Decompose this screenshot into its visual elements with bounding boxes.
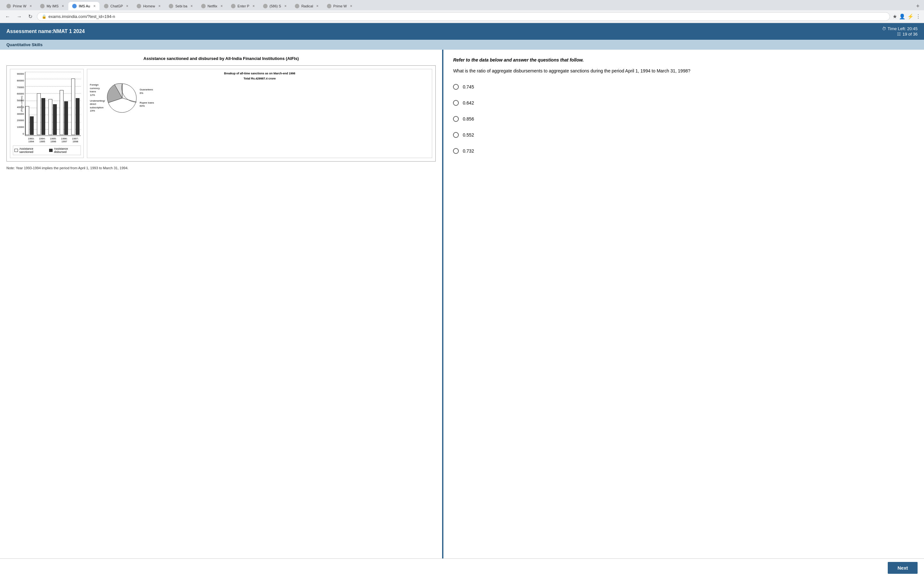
bar-disbursed-1993 xyxy=(30,116,34,135)
y-label: 30000 xyxy=(17,113,24,115)
pie-svg xyxy=(106,82,138,114)
next-button[interactable]: Next xyxy=(888,562,918,562)
tab-label: Sebi ba xyxy=(175,4,187,8)
tab-favicon xyxy=(295,4,299,8)
section-name: Quantitative Skills xyxy=(6,42,43,47)
options-list: 0.745 0.642 0.856 0.552 0.732 xyxy=(453,84,914,154)
tab-favicon xyxy=(137,4,141,8)
note-text: Note: Year 1993-1994 implies the period … xyxy=(6,166,436,170)
tab-label: Prime W xyxy=(333,4,347,8)
browser-tab[interactable]: My IMS× xyxy=(36,2,68,10)
x-label-1995: 1995-1996 xyxy=(48,137,59,143)
tab-label: My IMS xyxy=(47,4,58,8)
x-label-1993: 1993-1994 xyxy=(26,137,37,143)
new-tab-button[interactable]: + xyxy=(914,2,921,10)
pie-chart: Breakup of all-time sanctions as on Marc… xyxy=(87,69,432,158)
y-label: 20000 xyxy=(17,119,24,122)
tab-close-icon[interactable]: × xyxy=(191,4,193,8)
option-label-4: 0.552 xyxy=(463,132,474,137)
tab-label: Radical xyxy=(301,4,313,8)
tab-close-icon[interactable]: × xyxy=(61,4,64,8)
bar-sanctioned-1995 xyxy=(48,99,52,135)
tab-close-icon[interactable]: × xyxy=(94,4,95,8)
radio-option-5[interactable] xyxy=(453,148,459,154)
pie-title-line2: Total Rs.429987.4 crore xyxy=(90,77,429,80)
back-button[interactable]: ← xyxy=(3,13,12,20)
x-label-1994: 1994-1995 xyxy=(37,137,47,143)
tab-close-icon[interactable]: × xyxy=(126,4,128,8)
radio-option-2[interactable] xyxy=(453,100,459,106)
timer-info: ⏱ Time Left: 20:45 ☷ 19 of 36 xyxy=(882,26,918,37)
browser-tab[interactable]: Sebi ba× xyxy=(165,2,196,10)
question-count-row: ☷ 19 of 36 xyxy=(897,32,918,37)
legend-label-disbursed: Assistance disbursed xyxy=(54,147,79,153)
tab-favicon xyxy=(40,4,45,8)
tab-close-icon[interactable]: × xyxy=(220,4,223,8)
browser-tab[interactable]: Radical× xyxy=(291,2,322,10)
browser-tab[interactable]: ChatGP× xyxy=(100,2,132,10)
bar-chart-grid: 90000 80000 70000 60000 50000 40000 3000… xyxy=(13,72,81,136)
radio-option-1[interactable] xyxy=(453,84,459,90)
option-label-2: 0.642 xyxy=(463,100,474,105)
tab-favicon xyxy=(169,4,173,8)
browser-tab[interactable]: Enter P× xyxy=(227,2,258,10)
tab-label: Enter P xyxy=(237,4,249,8)
tab-favicon xyxy=(201,4,206,8)
x-label-1996: 1996-1997 xyxy=(59,137,69,143)
legend-label-sanctioned: Assistance sanctioned xyxy=(19,147,46,153)
assessment-title: Assessment name:NMAT 1 2024 xyxy=(6,29,85,34)
browser-tab[interactable]: Homew× xyxy=(133,2,164,10)
legend-box-disbursed xyxy=(49,149,53,152)
legend-box-sanctioned xyxy=(15,149,18,152)
browser-tab[interactable]: IMS Au× xyxy=(68,2,99,10)
tab-close-icon[interactable]: × xyxy=(252,4,255,8)
profile-button[interactable]: 👤 xyxy=(899,13,905,19)
tab-close-icon[interactable]: × xyxy=(350,4,352,8)
pie-label-rupee: Rupee loans63% xyxy=(140,101,154,108)
refresh-button[interactable]: ↻ xyxy=(26,13,34,20)
menu-button[interactable]: ⋮ xyxy=(916,13,921,19)
pie-label-foreign: Foreigncurrencyloans12% xyxy=(90,83,105,97)
radio-option-3[interactable] xyxy=(453,116,459,122)
forward-button[interactable]: → xyxy=(15,13,24,20)
assessment-header: Assessment name:NMAT 1 2024 ⏱ Time Left:… xyxy=(0,23,924,40)
tab-label: Prime W xyxy=(13,4,26,8)
main-content: Assistance sanctioned and disbursed by A… xyxy=(0,50,924,562)
y-axis-title: (Rs. in crores) xyxy=(20,96,23,112)
y-label: 60000 xyxy=(17,92,24,95)
clock-icon: ⏱ xyxy=(882,26,886,31)
browser-tab[interactable]: (586) S× xyxy=(259,2,290,10)
tab-label: (586) S xyxy=(270,4,281,8)
tab-close-icon[interactable]: × xyxy=(284,4,286,8)
option-item-5[interactable]: 0.732 xyxy=(453,148,914,154)
bookmark-button[interactable]: ★ xyxy=(893,13,897,19)
extensions-button[interactable]: ⚡ xyxy=(907,13,914,19)
bar-group-1995 xyxy=(48,99,58,135)
browser-tab[interactable]: Prime W× xyxy=(3,2,36,10)
tab-close-icon[interactable]: × xyxy=(29,4,32,8)
option-item-1[interactable]: 0.745 xyxy=(453,84,914,90)
legend-disbursed: Assistance disbursed xyxy=(49,147,79,153)
radio-option-4[interactable] xyxy=(453,132,459,138)
bar-disbursed-1995 xyxy=(53,104,57,135)
pie-label-underwriting: Underwriting/directsubscription19% xyxy=(90,99,105,113)
tab-favicon xyxy=(6,4,11,8)
address-bar[interactable]: 🔒 exams.imsindia.com/?test_id=194-n xyxy=(37,12,890,21)
option-item-2[interactable]: 0.642 xyxy=(453,100,914,106)
tab-favicon xyxy=(104,4,108,8)
tab-favicon xyxy=(72,4,77,8)
chart-legend: Assistance sanctioned Assistance disburs… xyxy=(13,145,81,155)
browser-tab[interactable]: Netflix× xyxy=(197,2,227,10)
tab-close-icon[interactable]: × xyxy=(158,4,160,8)
option-item-4[interactable]: 0.552 xyxy=(453,132,914,138)
bar-sanctioned-1993 xyxy=(25,106,29,135)
address-bar-row: ← → ↻ 🔒 exams.imsindia.com/?test_id=194-… xyxy=(0,10,924,23)
browser-tab[interactable]: Prime W× xyxy=(323,2,356,10)
tab-label: Homew xyxy=(143,4,155,8)
browser-chrome: Prime W×My IMS×IMS Au×ChatGP×Homew×Sebi … xyxy=(0,0,924,23)
pie-svg-container: Foreigncurrencyloans12% Underwriting/dir… xyxy=(90,82,429,114)
tab-close-icon[interactable]: × xyxy=(317,4,318,8)
tab-label: ChatGP xyxy=(110,4,123,8)
bar-disbursed-1994 xyxy=(41,98,45,135)
option-item-3[interactable]: 0.856 xyxy=(453,116,914,122)
